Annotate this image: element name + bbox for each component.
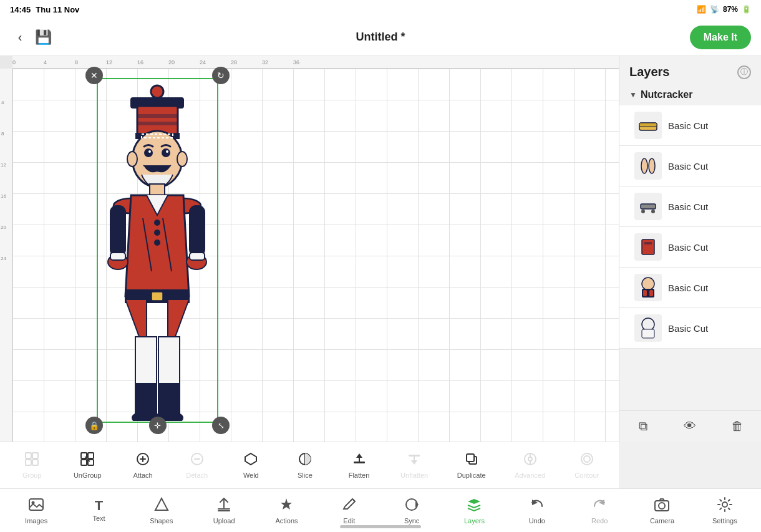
sync-icon (404, 496, 420, 515)
ruler-mark-16: 16 (137, 59, 143, 65)
visibility-toggle-button[interactable]: 👁 (679, 415, 701, 438)
status-bar: 14:45 Thu 11 Nov 📶 📡 87% 🔋 (0, 0, 761, 19)
duplicate-layer-button[interactable]: ⧉ (632, 415, 654, 438)
nav-edit[interactable]: Edit (327, 493, 371, 528)
layer-label-5: Basic Cut (668, 283, 708, 293)
flatten-tool[interactable]: Flatten (342, 448, 377, 483)
layer-item-6[interactable]: Basic Cut (619, 308, 761, 349)
save-button[interactable]: 💾 (35, 29, 52, 46)
ruler-mark-12: 12 (106, 59, 112, 65)
layers-nav-label: Layers (464, 517, 485, 525)
svg-point-0 (151, 85, 163, 98)
nav-layers[interactable]: Layers (452, 493, 496, 528)
canvas-grid[interactable]: ✕ ↻ 🔒 ✛ ⤡ (12, 69, 619, 442)
upload-icon (216, 496, 232, 515)
slice-icon (298, 452, 313, 469)
svg-point-15 (154, 230, 160, 236)
resize-handle[interactable]: ⤡ (212, 417, 230, 434)
layer-item-4[interactable]: Basic Cut (619, 227, 761, 268)
images-icon (28, 496, 44, 515)
layers-info-button[interactable]: ⓘ (737, 65, 751, 79)
svg-rect-26 (158, 337, 180, 387)
duplicate-tool[interactable]: Duplicate (452, 448, 491, 483)
nutcracker-image[interactable] (97, 78, 218, 421)
svg-rect-42 (642, 239, 654, 254)
svg-point-83 (659, 503, 665, 509)
nav-camera[interactable]: Camera (640, 493, 684, 528)
layer-thumb-5 (634, 274, 662, 301)
nav-redo[interactable]: Redo (578, 493, 621, 528)
layers-panel-header: Layers ⓘ (619, 56, 761, 84)
home-indicator (340, 525, 421, 528)
actions-icon (278, 496, 294, 515)
layer-thumb-1 (634, 112, 662, 139)
svg-rect-12 (110, 206, 125, 256)
nav-settings[interactable]: Settings (703, 493, 747, 528)
nav-shapes[interactable]: Shapes (140, 493, 183, 528)
ruler-mark-32: 32 (262, 59, 268, 65)
svg-rect-13 (190, 206, 205, 256)
svg-rect-51 (32, 453, 38, 458)
svg-rect-65 (409, 455, 420, 457)
detach-tool[interactable]: Detach (180, 448, 215, 483)
group-tool[interactable]: Group (14, 448, 49, 483)
ruler-mark-4: 4 (44, 59, 47, 65)
svg-point-37 (641, 158, 647, 173)
images-label: Images (25, 517, 47, 525)
back-button[interactable]: ‹ (10, 27, 30, 47)
delete-layer-button[interactable]: 🗑 (726, 415, 749, 438)
layer-thumb-6 (634, 314, 662, 342)
svg-rect-23 (110, 253, 125, 260)
canvas-area[interactable]: 0 4 8 12 16 20 24 28 32 36 4 8 12 16 20 … (0, 56, 619, 442)
layer-label-1: Basic Cut (668, 120, 708, 131)
svg-rect-63 (354, 462, 365, 463)
layer-item-1[interactable]: Basic Cut (619, 105, 761, 146)
nav-text[interactable]: T Text (77, 495, 120, 526)
layer-item-5[interactable]: Basic Cut (619, 268, 761, 308)
svg-rect-53 (32, 460, 38, 465)
ungroup-tool[interactable]: UnGroup (69, 448, 107, 483)
make-it-button[interactable]: Make It (690, 26, 751, 49)
settings-label: Settings (712, 517, 737, 525)
nav-upload[interactable]: Upload (202, 493, 246, 528)
svg-rect-24 (190, 253, 205, 260)
battery-level: 87% (723, 5, 738, 14)
detach-icon (190, 452, 205, 469)
weld-label: Weld (243, 472, 259, 479)
delete-handle[interactable]: ✕ (85, 67, 103, 84)
actions-label: Actions (275, 517, 298, 525)
nav-actions[interactable]: Actions (264, 493, 308, 528)
lock-handle[interactable]: 🔒 (85, 417, 103, 434)
ruler-horizontal: 0 4 8 12 16 20 24 28 32 36 (12, 56, 619, 69)
nav-undo[interactable]: Undo (515, 493, 559, 528)
move-handle[interactable]: ✛ (149, 417, 167, 434)
layer-label-4: Basic Cut (668, 242, 708, 253)
rotate-handle[interactable]: ↻ (212, 67, 230, 84)
nav-images[interactable]: Images (14, 493, 58, 528)
ruler-mark-20: 20 (168, 59, 175, 65)
slice-tool[interactable]: Slice (288, 448, 322, 483)
layers-panel-title: Layers (629, 65, 670, 79)
group-label: Group (22, 472, 42, 479)
layer-item-3[interactable]: Basic Cut (619, 186, 761, 227)
svg-rect-49 (642, 329, 654, 338)
layer-item-2[interactable]: Basic Cut (619, 146, 761, 186)
layer-thumb-2 (634, 152, 662, 180)
signal-icon: 📶 (697, 5, 706, 14)
svg-rect-32 (137, 122, 178, 125)
camera-label: Camera (650, 517, 674, 525)
weld-tool[interactable]: Weld (233, 448, 268, 483)
advanced-tool[interactable]: Advanced (510, 448, 550, 483)
svg-rect-55 (88, 453, 94, 458)
svg-point-48 (642, 318, 654, 331)
text-icon: T (95, 499, 103, 513)
layer-group-row[interactable]: ▼ Nutcracker (619, 84, 761, 105)
contour-tool[interactable]: Contour (570, 448, 604, 483)
shapes-label: Shapes (150, 517, 173, 525)
svg-point-44 (642, 278, 654, 290)
svg-rect-31 (137, 114, 178, 118)
ruler-mark-8: 8 (75, 59, 78, 65)
attach-tool[interactable]: Attach (125, 448, 160, 483)
nav-sync[interactable]: Sync (390, 493, 434, 528)
unflatten-tool[interactable]: Unflatten (395, 448, 433, 483)
